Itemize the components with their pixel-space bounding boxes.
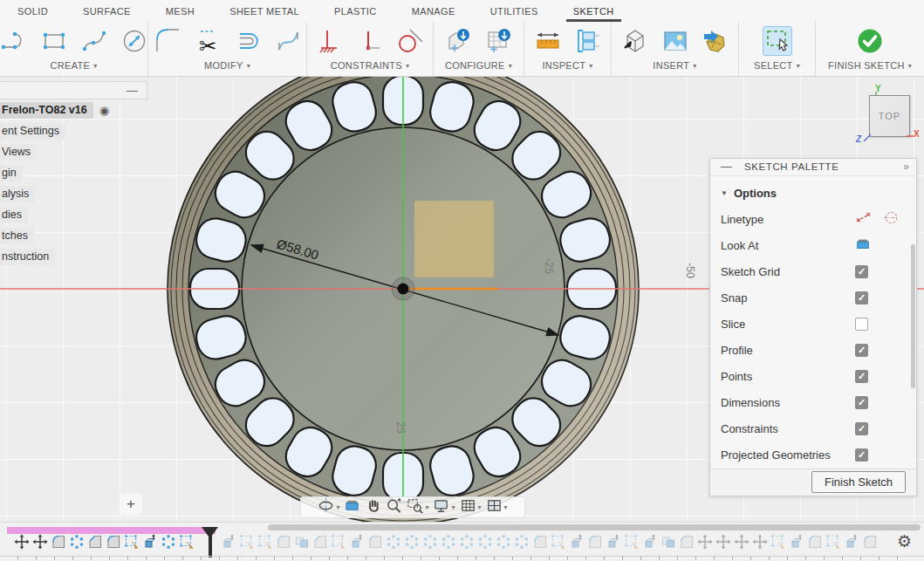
slice-checkbox[interactable] xyxy=(855,318,868,331)
tab-mesh[interactable]: MESH xyxy=(148,0,212,22)
grid-display-icon[interactable] xyxy=(460,497,476,517)
timeline-suppressed-feature-circular-pattern-icon[interactable] xyxy=(496,534,511,550)
offset-icon[interactable] xyxy=(233,26,263,56)
timeline-group-highlight[interactable] xyxy=(7,527,216,534)
timeline-suppressed-feature-chamfer-icon[interactable] xyxy=(312,534,328,550)
fillet-icon[interactable] xyxy=(153,26,182,56)
timeline-feature-chamfer-icon[interactable] xyxy=(87,534,103,550)
timeline-suppressed-feature-sketch-icon[interactable] xyxy=(239,534,255,550)
origin-point[interactable] xyxy=(392,277,414,300)
timeline-feature-circular-pattern-icon[interactable] xyxy=(161,534,176,550)
toolbar-group-label-inspect[interactable]: INSPECT▾ xyxy=(542,60,592,71)
timeline-feature-fillet-icon[interactable] xyxy=(106,534,121,550)
timeline-suppressed-feature-sketch-icon[interactable] xyxy=(257,534,273,550)
browser-item-nstruction[interactable]: nstruction xyxy=(0,246,147,267)
browser-add-icon[interactable]: + xyxy=(120,494,142,515)
timeline-suppressed-feature-circular-pattern-icon[interactable] xyxy=(514,534,530,550)
tab-utilities[interactable]: UTILITIES xyxy=(473,0,556,22)
browser-item-dies[interactable]: dies xyxy=(0,204,147,225)
timeline-feature-move-icon[interactable] xyxy=(32,534,48,550)
timeline-suppressed-feature-extrude-icon[interactable] xyxy=(844,534,859,550)
timeline-scrollbar[interactable] xyxy=(268,524,921,530)
line-icon[interactable] xyxy=(0,26,29,56)
viewports-icon[interactable] xyxy=(486,497,503,517)
timeline-suppressed-feature-move-icon[interactable] xyxy=(734,534,749,550)
configuration-table-icon[interactable] xyxy=(484,26,514,56)
timeline-suppressed-feature-fillet-icon[interactable] xyxy=(862,534,878,550)
palette-minimize-icon[interactable]: — xyxy=(721,162,732,171)
toolbar-group-label-finish-sketch[interactable]: FINISH SKETCH▾ xyxy=(828,60,912,71)
timeline-suppressed-feature-move-icon[interactable] xyxy=(697,534,713,550)
activate-component-radio-icon[interactable]: ◉ xyxy=(99,105,109,116)
zoom-window-icon[interactable] xyxy=(407,497,423,517)
timeline-suppressed-feature-extrude-icon[interactable] xyxy=(349,534,365,550)
tab-solid[interactable]: SOLID xyxy=(0,0,65,22)
chevron-down-icon[interactable]: ▾ xyxy=(336,503,339,511)
timeline-suppressed-feature-extrude-icon[interactable] xyxy=(569,534,585,550)
zoom-icon[interactable] xyxy=(386,497,402,517)
timeline-feature-sketch-icon[interactable] xyxy=(124,534,140,550)
finish-sketch-icon[interactable] xyxy=(855,26,885,56)
projected-face[interactable] xyxy=(414,201,494,277)
trim-icon[interactable]: ✂ xyxy=(193,26,222,56)
insert-derive-icon[interactable] xyxy=(620,26,650,56)
configure-feature-icon[interactable] xyxy=(444,26,474,56)
browser-item-ent-settings[interactable]: ent Settings xyxy=(0,120,147,141)
orbit-icon[interactable] xyxy=(318,497,334,517)
projected-geometries-checkbox[interactable]: ✓ xyxy=(855,448,868,462)
profile-checkbox[interactable]: ✓ xyxy=(855,344,868,357)
tab-manage[interactable]: MANAGE xyxy=(394,0,473,22)
palette-popout-icon[interactable]: » xyxy=(903,161,909,173)
timeline-suppressed-feature-fillet-icon[interactable] xyxy=(587,534,603,550)
pan-icon[interactable] xyxy=(365,497,381,517)
canvas-image-icon[interactable] xyxy=(660,26,690,56)
timeline-suppressed-feature-extrude-icon[interactable] xyxy=(221,534,236,550)
timeline-suppressed-feature-fillet-icon[interactable] xyxy=(807,534,823,550)
timeline-settings-gear-icon[interactable]: ⚙ xyxy=(897,533,912,550)
chevron-down-icon[interactable]: ▾ xyxy=(425,503,428,511)
toolbar-group-label-configure[interactable]: CONFIGURE▾ xyxy=(445,60,512,71)
centerline-linetype-icon[interactable] xyxy=(883,209,900,229)
tab-surface[interactable]: SURFACE xyxy=(65,0,148,22)
timeline-playhead-bar[interactable] xyxy=(209,534,212,558)
timeline-suppressed-feature-sketch-icon[interactable] xyxy=(624,534,640,550)
sketch-grid-checkbox[interactable]: ✓ xyxy=(855,265,868,278)
viewcube-top-face[interactable]: TOP xyxy=(869,95,910,137)
toolbar-group-label-modify[interactable]: MODIFY▾ xyxy=(204,60,250,71)
look-at-icon[interactable] xyxy=(855,236,871,256)
select-window-icon[interactable] xyxy=(763,26,792,56)
snap-checkbox[interactable]: ✓ xyxy=(855,291,868,304)
timeline-feature-circular-pattern-icon[interactable] xyxy=(69,534,85,550)
insert-mesh-icon[interactable] xyxy=(701,26,730,56)
browser-root-item[interactable]: Frelon-TO82 v16◉ xyxy=(0,99,147,120)
browser-item-alysis[interactable]: alysis xyxy=(0,183,147,204)
points-checkbox[interactable]: ✓ xyxy=(855,370,868,383)
timeline-suppressed-feature-move-icon[interactable] xyxy=(715,534,731,550)
timeline-suppressed-feature-fillet-icon[interactable] xyxy=(367,534,383,550)
timeline-suppressed-feature-extrude-icon[interactable] xyxy=(606,534,621,550)
timeline-suppressed-feature-combine-icon[interactable] xyxy=(294,534,310,550)
construction-linetype-icon[interactable] xyxy=(855,209,872,229)
measure-icon[interactable] xyxy=(533,26,563,56)
timeline-feature-move-icon[interactable] xyxy=(14,534,30,550)
constraints-checkbox[interactable]: ✓ xyxy=(855,422,868,435)
timeline-suppressed-feature-move-icon[interactable] xyxy=(752,534,768,550)
dimensions-checkbox[interactable]: ✓ xyxy=(855,396,868,409)
vertical-constraint-icon[interactable] xyxy=(355,26,385,56)
palette-options-section[interactable]: ▼ Options xyxy=(710,180,916,207)
tab-sketch[interactable]: SKETCH xyxy=(556,0,632,22)
toolbar-group-label-select[interactable]: SELECT▾ xyxy=(754,60,800,71)
timeline-suppressed-feature-circular-pattern-icon[interactable] xyxy=(404,534,420,550)
browser-minimize-icon[interactable]: — xyxy=(127,86,138,95)
timeline-suppressed-feature-circular-pattern-icon[interactable] xyxy=(477,534,493,550)
timeline-suppressed-feature-sketch-icon[interactable] xyxy=(331,534,346,550)
timeline-suppressed-feature-sketch-icon[interactable] xyxy=(551,534,566,550)
chevron-down-icon[interactable]: ▾ xyxy=(478,503,482,511)
design-canvas[interactable]: Ø58.00 -25-5025 — Frelon-TO82 v16◉ent Se… xyxy=(0,77,924,522)
browser-item-gin[interactable]: gin xyxy=(0,162,147,183)
look-at-icon[interactable] xyxy=(344,497,360,517)
chevron-down-icon[interactable]: ▾ xyxy=(504,503,508,511)
timeline-suppressed-feature-sketch-icon[interactable] xyxy=(825,534,841,550)
palette-scrollbar[interactable] xyxy=(911,244,915,388)
fix-constraint-icon[interactable] xyxy=(315,26,345,56)
